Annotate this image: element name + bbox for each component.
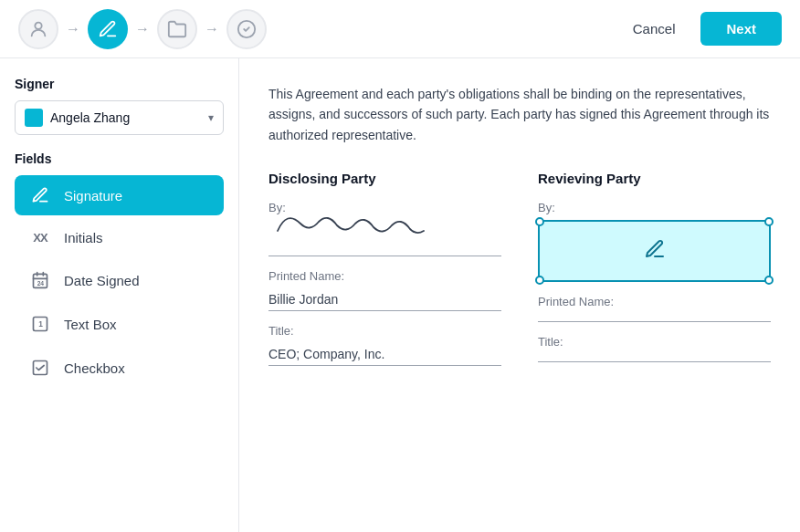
resize-handle-bl[interactable] bbox=[535, 276, 544, 285]
checkbox-icon bbox=[27, 359, 53, 377]
signer-select[interactable]: Angela Zhang ▾ bbox=[15, 100, 224, 135]
step-sign-icon[interactable] bbox=[88, 9, 128, 49]
svg-text:1: 1 bbox=[38, 319, 43, 329]
initials-icon: XX bbox=[27, 231, 53, 245]
disclosing-party-title: Disclosing Party bbox=[268, 171, 501, 186]
step-person-icon[interactable] bbox=[18, 9, 58, 49]
signer-label: Signer bbox=[15, 77, 224, 91]
signature-icon bbox=[27, 186, 53, 204]
field-label-initials: Initials bbox=[64, 230, 103, 245]
field-label-text-box: Text Box bbox=[64, 317, 117, 332]
signature-field-box[interactable] bbox=[538, 220, 771, 282]
signer-color-indicator bbox=[25, 109, 43, 127]
reviewing-party-col: Revieving Party By: Printed Name: bbox=[538, 171, 771, 379]
resize-handle-tr[interactable] bbox=[764, 217, 774, 226]
resize-handle-br[interactable] bbox=[764, 276, 774, 285]
document-paragraph: This Agreement and each party's obligati… bbox=[268, 84, 771, 145]
fields-label: Fields bbox=[15, 151, 224, 166]
disclosing-party-col: Disclosing Party By: Printed Name: Billi… bbox=[268, 171, 501, 379]
field-label-checkbox: Checkbox bbox=[64, 360, 125, 376]
header-actions: Cancel Next bbox=[618, 12, 782, 46]
sidebar: Signer Angela Zhang ▾ Fields Signature X… bbox=[0, 58, 239, 532]
field-item-signature[interactable]: Signature bbox=[15, 175, 224, 215]
disclosing-signature bbox=[268, 205, 433, 252]
chevron-down-icon: ▾ bbox=[208, 111, 214, 124]
reviewing-title-label: Title: bbox=[538, 335, 771, 349]
main-layout: Signer Angela Zhang ▾ Fields Signature X… bbox=[0, 58, 800, 532]
reviewing-title-value bbox=[538, 354, 771, 362]
signature-drop-zone[interactable] bbox=[538, 220, 771, 282]
step-indicators: → → → bbox=[18, 9, 267, 49]
reviewing-by-label: By: bbox=[538, 201, 771, 214]
step-arrow-1: → bbox=[66, 21, 80, 37]
svg-text:24: 24 bbox=[37, 280, 45, 287]
field-item-checkbox[interactable]: Checkbox bbox=[15, 348, 224, 388]
step-arrow-2: → bbox=[135, 21, 150, 37]
reviewing-printed-name-label: Printed Name: bbox=[538, 295, 771, 308]
text-box-icon: 1 bbox=[27, 315, 53, 333]
svg-point-0 bbox=[35, 22, 41, 28]
reviewing-party-title: Revieving Party bbox=[538, 171, 771, 186]
disclosing-printed-name-label: Printed Name: bbox=[268, 269, 501, 283]
field-item-text-box[interactable]: 1 Text Box bbox=[15, 304, 224, 344]
field-item-initials[interactable]: XX Initials bbox=[15, 219, 224, 256]
step-complete-icon[interactable] bbox=[226, 9, 267, 49]
parties-grid: Disclosing Party By: Printed Name: Billi… bbox=[268, 171, 771, 379]
step-arrow-3: → bbox=[205, 21, 219, 37]
step-folder-icon[interactable] bbox=[157, 9, 197, 49]
disclosing-printed-name-value: Billie Jordan bbox=[268, 288, 501, 311]
disclosing-title-value: CEO; Company, Inc. bbox=[268, 343, 501, 366]
next-button[interactable]: Next bbox=[700, 12, 782, 46]
edit-icon bbox=[644, 238, 666, 265]
resize-handle-tl[interactable] bbox=[535, 217, 544, 226]
document-content: This Agreement and each party's obligati… bbox=[239, 58, 800, 532]
field-item-date-signed[interactable]: 24 Date Signed bbox=[15, 260, 224, 300]
field-label-signature: Signature bbox=[64, 188, 122, 203]
date-signed-icon: 24 bbox=[27, 271, 53, 289]
field-label-date-signed: Date Signed bbox=[64, 273, 140, 288]
reviewing-printed-name-value bbox=[538, 314, 771, 322]
signer-name: Angela Zhang bbox=[50, 110, 201, 125]
header: → → → Cancel Next bbox=[0, 0, 800, 58]
cancel-button[interactable]: Cancel bbox=[618, 14, 690, 44]
disclosing-signature-line bbox=[268, 220, 501, 256]
disclosing-title-label: Title: bbox=[268, 324, 501, 338]
